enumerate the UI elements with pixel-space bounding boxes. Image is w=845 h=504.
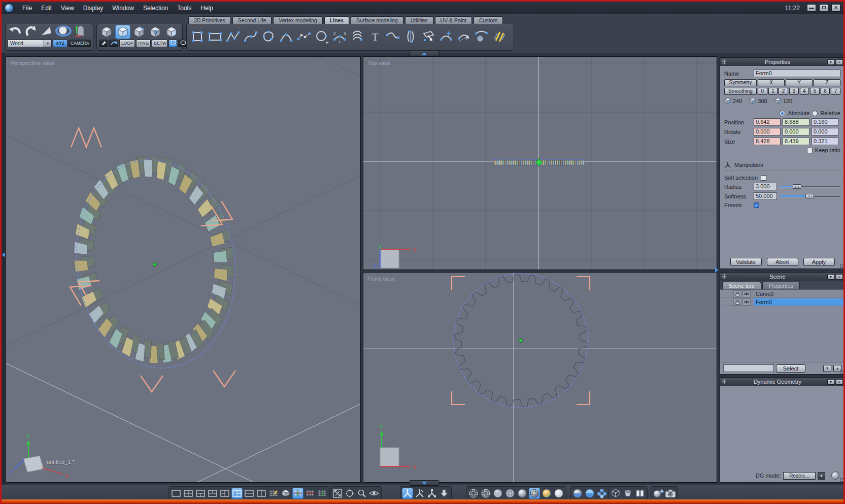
relative-radio[interactable]	[812, 111, 818, 116]
left-collapse-handle[interactable]	[2, 252, 5, 257]
radius-slider[interactable]	[780, 184, 840, 189]
top-collapse-handle[interactable]	[409, 51, 440, 56]
tab-second-life[interactable]: Second Life	[232, 16, 272, 24]
layout-hsplit-icon[interactable]	[244, 488, 255, 499]
flat-shade-icon[interactable]	[492, 488, 503, 499]
cone-icon[interactable]	[39, 24, 53, 40]
tab-surface-modeling[interactable]: Surface modeling	[351, 16, 403, 24]
text-tool-icon[interactable]: T	[367, 29, 383, 46]
smoothing-3-button[interactable]: 3	[789, 88, 799, 95]
tab-scene-properties[interactable]: Properties	[762, 282, 800, 289]
menu-edit[interactable]: Edit	[37, 3, 56, 13]
extract-curve-icon[interactable]	[421, 29, 436, 46]
layout-quad-icon[interactable]	[183, 488, 194, 499]
curve-icon[interactable]	[243, 29, 258, 46]
select-button[interactable]: Select	[776, 364, 805, 373]
symmetry-z-button[interactable]: Z	[814, 79, 840, 86]
square-icon[interactable]	[190, 29, 205, 46]
layout-right-split-icon[interactable]	[231, 488, 243, 499]
insert-point-icon[interactable]	[438, 29, 454, 46]
perspective-viewport[interactable]: YZX Perspective view untitled_1 *	[6, 56, 361, 483]
cube-object-icon[interactable]	[99, 25, 114, 39]
tab-uv-paint[interactable]: UV & Paint	[435, 16, 472, 24]
polyline-icon[interactable]	[225, 29, 241, 46]
symmetry-button[interactable]: Symmetry	[724, 79, 757, 86]
layout-bottom-split-icon[interactable]	[195, 488, 206, 499]
properties-titlebar[interactable]: Properties ▼ ✕	[720, 58, 844, 66]
eye-view-icon[interactable]	[368, 488, 380, 499]
panel-close-icon[interactable]: ✕	[836, 379, 843, 385]
keep-ratio-checkbox[interactable]	[807, 148, 813, 153]
bottom-collapse-handle[interactable]	[409, 480, 440, 486]
resize-grip-icon[interactable]	[840, 369, 844, 374]
smoothing-button[interactable]: Smoothing	[724, 88, 757, 95]
helix-icon[interactable]	[350, 29, 365, 46]
symmetry-y-button[interactable]: Y	[786, 79, 813, 86]
tab-utilities[interactable]: Utilities	[405, 16, 433, 24]
light-icon[interactable]	[653, 488, 664, 499]
smoothing-0-button[interactable]: 0	[758, 88, 767, 95]
scene-item-form0[interactable]: Form0	[720, 298, 844, 306]
chevron-down-icon[interactable]: ▼	[818, 472, 825, 480]
offset-curve-icon[interactable]	[456, 29, 471, 46]
circle-icon[interactable]	[314, 29, 329, 46]
flat-wire-icon[interactable]	[504, 488, 516, 499]
freeze-checkbox[interactable]: ✓	[754, 203, 759, 208]
drop-manipulator-icon[interactable]	[438, 488, 450, 499]
radius-field[interactable]: 3.000	[754, 183, 777, 190]
ghost-icon[interactable]	[74, 24, 87, 40]
position-y-field[interactable]: 8.688	[783, 118, 809, 126]
panel-menu-icon[interactable]: ▼	[827, 274, 834, 280]
layout-single-icon[interactable]	[171, 488, 182, 499]
redo-icon[interactable]	[24, 24, 37, 40]
drag-grip-icon[interactable]	[722, 274, 726, 279]
menu-help[interactable]: Help	[196, 3, 218, 13]
softness-field[interactable]: 50.000	[754, 192, 777, 200]
soft-selection-checkbox[interactable]	[761, 175, 766, 181]
layout-vsplit-icon[interactable]	[256, 488, 267, 499]
panel-close-icon[interactable]: ✕	[836, 59, 843, 65]
resize-grip-icon[interactable]	[840, 264, 844, 268]
rotate-manipulator-icon[interactable]	[414, 488, 425, 499]
scale-manipulator-icon[interactable]	[426, 488, 437, 499]
tab-3d-primitives[interactable]: 3D Primitives	[188, 16, 231, 24]
menu-selection[interactable]: Selection	[139, 3, 173, 13]
grid-axes-icon[interactable]	[292, 488, 303, 499]
cube-edge-icon[interactable]	[131, 25, 147, 39]
position-z-field[interactable]: 0.160	[812, 118, 838, 126]
apply-button[interactable]: Apply	[803, 258, 835, 266]
scene-titlebar[interactable]: Scene ▼ ✕	[720, 273, 844, 281]
route-select-icon[interactable]	[109, 40, 118, 47]
scene-item-name[interactable]: Form0	[754, 298, 844, 306]
dynamic-geometry-titlebar[interactable]: Dynamic Geometry ▼ ✕	[720, 378, 844, 386]
dg-preview-sphere-icon[interactable]	[831, 472, 839, 480]
bounding-box-icon[interactable]	[610, 488, 621, 499]
name-field[interactable]: Form0	[754, 70, 840, 77]
smoothing-4-button[interactable]: 4	[800, 88, 809, 95]
grid-horizontal-icon[interactable]	[305, 488, 316, 499]
arc-icon[interactable]	[279, 29, 294, 46]
smooth-wire-icon[interactable]	[529, 488, 540, 499]
absolute-radio[interactable]	[780, 111, 785, 116]
close-button[interactable]: ✕	[831, 4, 840, 12]
tab-lines[interactable]: Lines	[324, 16, 349, 24]
pages-icon[interactable]	[634, 488, 646, 499]
scene-tree-list[interactable]: Curve0 Form0	[720, 289, 844, 362]
scene-filter-input[interactable]	[723, 364, 774, 372]
pan-view-icon[interactable]	[344, 488, 355, 499]
smoothing-1-button[interactable]: 1	[768, 88, 778, 95]
panel-menu-icon[interactable]: ▼	[827, 379, 834, 385]
grid-edit-icon[interactable]	[268, 488, 279, 499]
smoothing-2-button[interactable]: 2	[779, 88, 788, 95]
maximize-button[interactable]	[819, 4, 828, 12]
marquee-select-icon[interactable]	[168, 40, 177, 47]
orbit-sphere-icon[interactable]	[55, 24, 72, 40]
hatch-icon[interactable]	[492, 29, 507, 46]
rotate-z-field[interactable]: 0.000	[812, 128, 838, 136]
undo-icon[interactable]	[8, 24, 22, 40]
cube-vertex-icon[interactable]	[148, 25, 163, 39]
chevron-down-icon[interactable]: ▼	[44, 40, 51, 47]
menu-display[interactable]: Display	[79, 3, 108, 13]
rotate-x-field[interactable]: 0.000	[754, 128, 781, 136]
resize-grip-icon[interactable]	[840, 478, 844, 482]
